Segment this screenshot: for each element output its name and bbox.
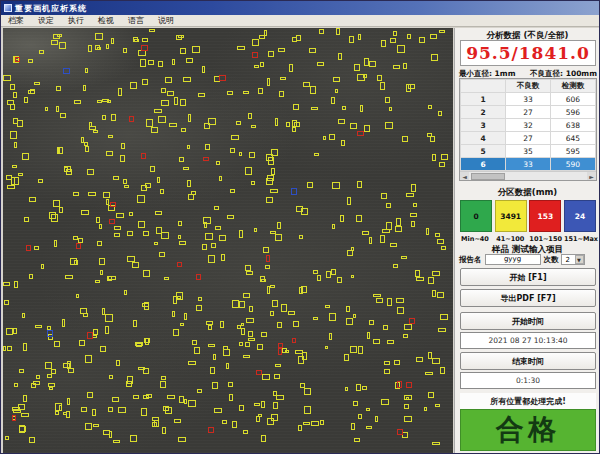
table-hscrollbar[interactable]: ◄ ► (460, 171, 596, 180)
yellow-defect-marker (160, 189, 164, 194)
yellow-defect-marker (78, 238, 83, 243)
yellow-defect-marker (358, 414, 362, 419)
yellow-defect-marker (76, 294, 80, 299)
yellow-defect-marker (205, 233, 213, 240)
blue-defect-marker (291, 188, 297, 195)
menu-file[interactable]: 档案 (1, 15, 31, 26)
yellow-defect-marker (261, 401, 265, 408)
yellow-defect-marker (183, 77, 190, 82)
yellow-defect-marker (14, 142, 17, 148)
yellow-defect-marker (325, 346, 328, 349)
zone-red[interactable]: 153 (529, 200, 561, 232)
yellow-defect-marker (60, 113, 66, 119)
yellow-defect-marker (277, 222, 281, 229)
report-name-input[interactable]: gyyg (485, 254, 541, 265)
yellow-defect-marker (362, 231, 369, 235)
start-button[interactable]: 开始 [F1] (460, 268, 596, 286)
yellow-defect-marker (99, 224, 102, 229)
yellow-defect-marker (303, 422, 310, 425)
yellow-defect-marker (437, 292, 444, 298)
row-index: 5 (461, 145, 506, 158)
yellow-defect-marker (204, 123, 209, 129)
yellow-defect-marker (114, 233, 120, 237)
pass-result-button[interactable]: 合格 (460, 409, 596, 451)
scroll-thumb[interactable] (471, 173, 505, 180)
yellow-defect-marker (406, 397, 409, 401)
export-pdf-button[interactable]: 导出PDF [F7] (460, 289, 596, 307)
yellow-defect-marker (4, 300, 9, 305)
zone-green[interactable]: 0 (460, 200, 492, 232)
menu-help[interactable]: 说明 (151, 15, 181, 26)
start-time-value: 2021 08 27 10:13:40 (460, 332, 596, 349)
camera-view (3, 28, 453, 453)
yellow-defect-marker (142, 79, 148, 86)
row-index: 2 (461, 106, 506, 119)
yellow-defect-marker (124, 290, 128, 294)
yellow-defect-marker (88, 192, 96, 196)
yellow-defect-marker (18, 173, 23, 176)
menu-settings[interactable]: 设定 (31, 15, 61, 26)
menu-view[interactable]: 检视 (91, 15, 121, 26)
yellow-defect-marker (381, 399, 389, 405)
menu-language[interactable]: 语言 (121, 15, 151, 26)
yellow-defect-marker (323, 136, 326, 140)
yellow-defect-marker (10, 84, 15, 90)
yellow-defect-marker (213, 354, 217, 360)
yellow-defect-marker (164, 277, 169, 280)
yellow-defect-marker (167, 395, 175, 399)
yellow-defect-marker (100, 270, 103, 275)
yellow-defect-marker (132, 262, 140, 267)
scroll-left-icon[interactable]: ◄ (460, 172, 469, 181)
yellow-defect-marker (210, 367, 216, 374)
table-row[interactable]: 4 27 645 (461, 132, 596, 145)
yellow-defect-marker (311, 421, 319, 425)
yellow-defect-marker (292, 127, 296, 132)
yellow-defect-marker (6, 328, 13, 335)
title-bar: 重要画机应析系统 (1, 1, 600, 15)
yellow-defect-marker (347, 250, 354, 256)
yellow-defect-marker (154, 242, 158, 245)
yellow-defect-marker (360, 105, 363, 112)
scroll-right-icon[interactable]: ► (587, 172, 596, 181)
chevron-down-icon[interactable]: ▼ (575, 255, 584, 264)
yellow-defect-marker (432, 271, 440, 276)
yellow-defect-marker (87, 169, 93, 175)
yellow-defect-marker (214, 206, 219, 210)
zone-yellow[interactable]: 3491 (495, 200, 527, 232)
yellow-defect-marker (49, 212, 56, 219)
zone-blue[interactable]: 24 (564, 200, 596, 232)
table-row-selected[interactable]: 6 33 590 (461, 158, 596, 171)
yellow-defect-marker (390, 38, 396, 44)
yellow-defect-marker (161, 100, 168, 107)
count-select[interactable]: 2 ▼ (561, 254, 585, 265)
yellow-defect-marker (275, 234, 282, 242)
analysis-value-box: 95.5/1841.0 (460, 40, 596, 66)
table-row[interactable]: 5 35 595 (461, 145, 596, 158)
red-defect-marker (177, 262, 183, 266)
table-row[interactable]: 1 33 606 (461, 93, 596, 106)
yellow-defect-marker (410, 213, 418, 218)
yellow-defect-marker (133, 320, 137, 327)
yellow-defect-marker (396, 298, 404, 303)
yellow-defect-marker (267, 286, 270, 294)
yellow-defect-marker (31, 383, 36, 389)
yellow-defect-marker (108, 276, 116, 280)
yellow-defect-marker (275, 364, 280, 367)
yellow-defect-marker (66, 169, 72, 175)
table-row[interactable]: 2 27 596 (461, 106, 596, 119)
yellow-defect-marker (24, 97, 28, 103)
yellow-defect-marker (383, 325, 388, 329)
yellow-defect-marker (83, 313, 88, 317)
yellow-defect-marker (266, 154, 273, 161)
zones-title: 分区数据(mm) (455, 187, 600, 199)
menu-run[interactable]: 执行 (61, 15, 91, 26)
yellow-defect-marker (65, 275, 73, 279)
end-time-value: 0:1:30 (460, 372, 596, 389)
yellow-defect-marker (357, 74, 365, 81)
row-index: 4 (461, 132, 506, 145)
table-row[interactable]: 3 32 638 (461, 119, 596, 132)
yellow-defect-marker (337, 277, 342, 283)
yellow-defect-marker (288, 311, 296, 315)
yellow-defect-marker (138, 221, 145, 229)
yellow-defect-marker (381, 40, 386, 46)
